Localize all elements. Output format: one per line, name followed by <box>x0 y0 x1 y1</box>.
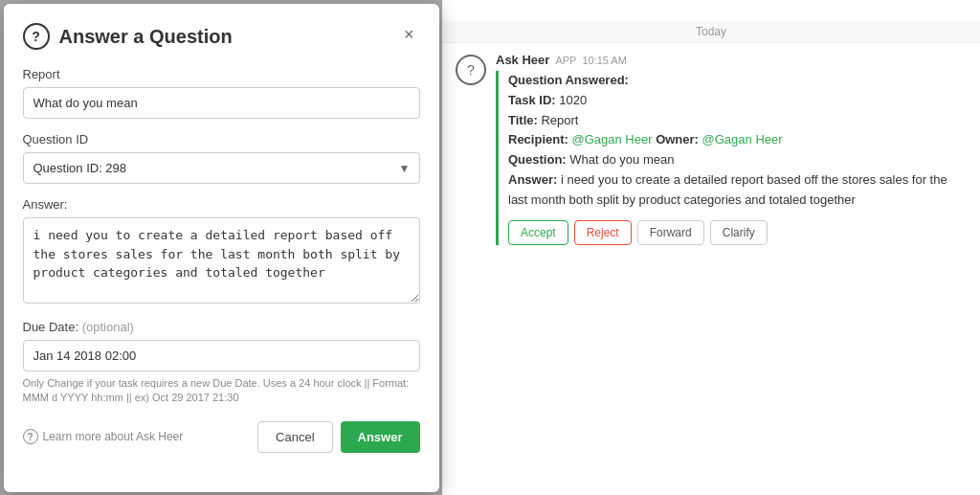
footer-buttons: Cancel Answer <box>257 421 419 453</box>
reject-button[interactable]: Reject <box>574 220 632 245</box>
answer-textarea[interactable] <box>23 217 420 304</box>
report-group: Report <box>23 67 420 119</box>
answer-question-modal: ? Answer a Question × Report Question ID… <box>4 4 439 492</box>
due-date-hint: Only Change if your task requires a new … <box>23 376 420 406</box>
question-id-select-wrapper: Question ID: 298 ▼ <box>23 152 420 184</box>
due-date-group: Due Date: (optional) Only Change if your… <box>23 320 420 406</box>
answer-group: Answer: <box>23 197 420 306</box>
chat-time: 10:15 AM <box>582 55 626 66</box>
modal-title: Answer a Question <box>59 26 233 48</box>
learn-more-link[interactable]: ? Learn more about Ask Heer <box>23 429 184 444</box>
learn-more-text: Learn more about Ask Heer <box>43 430 184 443</box>
due-date-label: Due Date: (optional) <box>23 320 420 334</box>
report-label: Report <box>23 67 420 81</box>
today-divider: Today <box>442 21 980 43</box>
due-date-input[interactable] <box>23 340 420 371</box>
modal-header: ? Answer a Question × <box>23 23 420 50</box>
recipient-line: Recipient: @Gagan Heer Owner: @Gagan Hee… <box>508 130 967 150</box>
question-id-label: Question ID <box>23 132 420 146</box>
ask-heer-avatar: ? <box>456 55 486 85</box>
chat-sender: Ask Heer <box>496 53 549 67</box>
clarify-button[interactable]: Clarify <box>710 220 768 245</box>
cancel-button[interactable]: Cancel <box>257 421 332 453</box>
close-button[interactable]: × <box>398 23 420 47</box>
modal-overlay: ? Answer a Question × Report Question ID… <box>0 0 442 495</box>
report-input[interactable] <box>23 87 420 119</box>
answer-button[interactable]: Answer <box>341 421 420 453</box>
recipient-link[interactable]: @Gagan Heer <box>571 132 652 146</box>
info-icon: ? <box>23 429 38 444</box>
modal-footer: ? Learn more about Ask Heer Cancel Answe… <box>23 421 420 453</box>
title-line: Title: Report <box>508 111 967 131</box>
question-id-group: Question ID Question ID: 298 ▼ <box>23 132 420 184</box>
chat-message-header: Ask Heer APP 10:15 AM <box>496 53 967 67</box>
app-badge: APP <box>555 55 576 66</box>
question-icon: ? <box>23 23 50 50</box>
accept-button[interactable]: Accept <box>508 220 568 245</box>
question-line: Question: What do you mean <box>508 150 967 170</box>
chat-message: ? Ask Heer APP 10:15 AM Question Answere… <box>442 43 980 255</box>
answer-line: Answer: i need you to create a detailed … <box>508 170 967 211</box>
due-date-optional: (optional) <box>82 320 134 334</box>
chat-bubble: Question Answered: Task ID: 1020 Title: … <box>496 71 967 245</box>
question-answered-line: Question Answered: <box>508 71 967 91</box>
chat-message-content: Ask Heer APP 10:15 AM Question Answered:… <box>496 53 967 245</box>
task-id-line: Task ID: 1020 <box>508 91 967 111</box>
chat-panel: Today ? Ask Heer APP 10:15 AM Question A… <box>442 0 980 495</box>
owner-link[interactable]: @Gagan Heer <box>702 132 783 146</box>
answer-label: Answer: <box>23 197 420 212</box>
forward-button[interactable]: Forward <box>637 220 704 245</box>
question-id-select[interactable]: Question ID: 298 <box>23 152 420 184</box>
chat-actions: Accept Reject Forward Clarify <box>508 220 967 245</box>
